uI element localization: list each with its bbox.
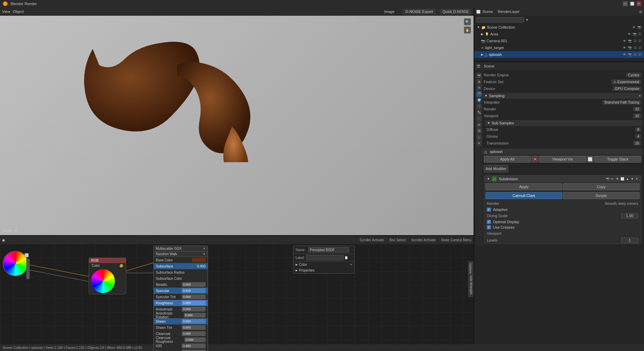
output-props-icon[interactable]: 🖥 — [476, 79, 482, 85]
outliner-item-light-target[interactable]: ✕ light_target 👁 📷 ☑ ☑ — [474, 44, 644, 51]
subsurface-row[interactable]: Subsurface 0.400 — [154, 263, 208, 269]
anisotropic-rotation-row[interactable]: Anisotropic Rotation 0.000 — [154, 312, 208, 318]
viewport-3d[interactable]: 🔍 ✋ crude-oil — [0, 16, 474, 235]
levels-row[interactable]: Levels 1 — [484, 237, 641, 244]
maximize-button[interactable]: ⬜ — [630, 1, 634, 6]
apply-button[interactable]: Apply — [485, 183, 562, 190]
transmission-slider[interactable]: 0.000 — [182, 350, 206, 351]
catmull-clark-button[interactable]: Catmull-Clark — [485, 192, 562, 199]
optimal-display-checkbox[interactable]: ✓ — [487, 220, 491, 224]
modifier-props-icon[interactable]: 🔧 — [476, 110, 482, 115]
subsurface-radius-row[interactable]: Subsurface Radius — [154, 269, 208, 275]
base-color-swatch[interactable] — [192, 258, 206, 262]
outliner-filter-icon[interactable]: ⊞ — [639, 10, 642, 14]
collection-vis-icon[interactable]: 👁 — [632, 26, 635, 29]
specular-tint-row[interactable]: Specular Tint 0.000 — [154, 294, 208, 300]
label-icon[interactable]: 📋 — [344, 256, 348, 259]
scroller-activate-right[interactable]: Scroller Activate — [411, 238, 436, 242]
sampling-options-icon[interactable]: ≡ — [639, 94, 641, 97]
clearcoat-slider[interactable]: 0.000 — [182, 331, 206, 336]
feature-set-text[interactable]: Experimental — [617, 80, 639, 84]
principled-bsdf-panel[interactable]: Multiscatter GGX ▼ Random Walk ▼ Base Co… — [153, 246, 208, 351]
area-render-icon[interactable]: 📷 — [633, 32, 636, 36]
view-menu[interactable]: View — [2, 10, 10, 14]
light-target-render-icon[interactable]: 📷 — [628, 46, 632, 49]
area-vis-icon[interactable]: 👁 — [628, 32, 631, 36]
rgb-color-preview[interactable] — [89, 268, 126, 294]
outliner-item-camera[interactable]: 📷 Camera.001 👁 📷 ☑ ☑ — [474, 37, 644, 44]
transmission-samples-value[interactable]: 16 — [633, 141, 641, 146]
mod-remove-icon[interactable]: ✕ — [635, 177, 638, 181]
add-modifier-button[interactable]: Add Modifier — [484, 165, 508, 172]
camera-render-icon[interactable]: 📷 — [628, 39, 632, 43]
viewport-levels-row[interactable]: Viewport — [484, 230, 641, 237]
mod-down-icon[interactable]: ▼ — [631, 177, 634, 181]
mod-edit-icon[interactable]: ✏ — [611, 177, 614, 181]
scene-props-icon[interactable]: 🎬 — [476, 91, 482, 97]
metallic-row[interactable]: Metallic 0.000 — [154, 281, 208, 288]
modifier-expand-icon[interactable]: ▼ — [487, 177, 490, 181]
outliner-item-area[interactable]: ▶ 💡 Area 👁 📷 ☑ — [474, 31, 644, 37]
adaptive-checkbox[interactable]: ✓ — [487, 208, 491, 212]
simple-button[interactable]: Simple — [563, 192, 640, 199]
world-props-icon[interactable]: 🌍 — [476, 97, 482, 103]
sploosh-check1[interactable]: ☑ — [634, 53, 636, 56]
render-props-icon[interactable]: 📷 — [476, 73, 482, 78]
object-props-icon[interactable]: ▽ — [476, 104, 482, 109]
particles-props-icon[interactable]: ⁘ — [476, 116, 482, 121]
mod-expand-icon[interactable]: ⬜ — [620, 177, 624, 181]
rgb-color-socket[interactable] — [120, 264, 123, 268]
apply-all-button[interactable]: Apply All — [484, 156, 531, 163]
use-creases-row[interactable]: ✓ Use Creases — [484, 225, 641, 230]
dicing-scale-value[interactable]: 1.00 — [621, 213, 638, 218]
specular-tint-slider[interactable]: 0.000 — [182, 294, 206, 299]
delete-all-button[interactable]: ✕ — [531, 156, 538, 163]
collection-render-icon[interactable]: 📷 — [638, 26, 641, 29]
ior-slider[interactable]: 1.450 — [182, 344, 206, 348]
roughness-row[interactable]: Roughness 1.000 — [154, 300, 208, 306]
light-target-vis-icon[interactable]: 👁 — [623, 46, 626, 49]
anisotropic-rotation-slider[interactable]: 0.000 — [184, 313, 206, 318]
sampling-section-header[interactable]: ▼ Sampling ≡ — [482, 93, 643, 99]
subsurface-color-row[interactable]: Subsurface Color — [154, 275, 208, 281]
object-section-header[interactable]: △ sploosh — [482, 149, 643, 155]
viewport-vis-button[interactable]: Viewport Vis — [539, 156, 586, 163]
sheen-slider[interactable]: 0.500 — [182, 319, 206, 324]
outliner-item-sploosh[interactable]: ▶ △ sploosh 👁 📷 ☑ ☑ — [474, 51, 644, 58]
transmission-row[interactable]: Transmission 0.000 — [154, 349, 208, 351]
shader-type-row[interactable]: Multiscatter GGX ▼ — [154, 246, 208, 251]
material-props-icon[interactable]: ● — [476, 140, 482, 146]
close-button[interactable]: ✕ — [636, 1, 641, 6]
levels-value[interactable]: 1 — [621, 238, 638, 243]
sploosh-render-icon[interactable]: 📷 — [628, 53, 632, 56]
color-options-icon[interactable]: ≡ — [350, 263, 352, 266]
scene-icon[interactable]: 🎬 — [476, 64, 480, 68]
options-panel-tab[interactable]: Options — [468, 261, 474, 276]
label-input[interactable] — [306, 255, 344, 260]
diffuse-value[interactable]: 8 — [635, 127, 641, 132]
roughness-slider[interactable]: 1.000 — [182, 301, 206, 305]
camera-check[interactable]: ☑ — [634, 39, 636, 43]
area-check[interactable]: ☑ — [639, 32, 641, 36]
name-input[interactable] — [308, 247, 349, 253]
zoom-in-icon[interactable]: 🔍 — [464, 18, 471, 25]
minimize-button[interactable]: — — [623, 1, 628, 6]
ior-row[interactable]: IOR 1.450 — [154, 343, 208, 349]
image-menu[interactable]: Image — [384, 10, 395, 14]
render-engine-value[interactable]: Cycles — [626, 73, 641, 77]
adaptive-row[interactable]: ✓ Adaptive — [484, 207, 641, 212]
base-color-row[interactable]: Base Color — [154, 257, 208, 263]
object-menu[interactable]: Object — [13, 10, 24, 14]
color-row[interactable]: ▶ Color ≡ — [294, 262, 354, 268]
viewport-expand-button[interactable]: ⬜ — [587, 156, 594, 163]
properties-row[interactable]: ▶ Properties — [294, 268, 354, 273]
scroller-activate-left[interactable]: Scroller Activate — [360, 238, 384, 242]
label-row[interactable]: Label: 📋 — [294, 254, 354, 262]
outliner-search[interactable] — [476, 17, 524, 22]
integrator-value[interactable]: Branched Path Tracing — [602, 100, 641, 105]
light-target-extra[interactable]: ☑ — [639, 46, 641, 49]
rgb-node[interactable]: RGB Color — [89, 258, 126, 294]
light-target-check[interactable]: ☑ — [634, 46, 636, 49]
camera-vis-icon[interactable]: 👁 — [623, 39, 626, 43]
node-canvas[interactable]: RGB Color Node Wrangler M — [0, 244, 474, 344]
